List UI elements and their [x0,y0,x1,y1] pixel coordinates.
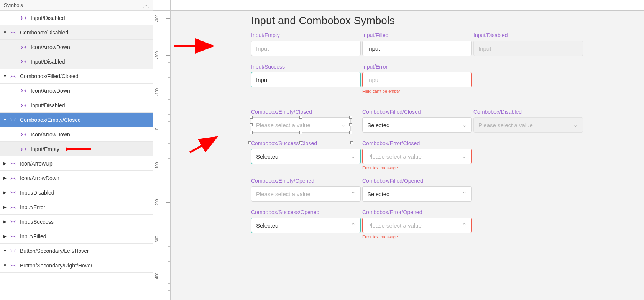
input-field[interactable]: Input [251,41,361,56]
layer-row[interactable]: Input/Error [0,200,153,215]
ruler-tick-label: -300 [155,15,159,22]
layer-row[interactable]: Input/Filled [0,229,153,244]
layer-label: Icon/ArrowDown [31,131,70,138]
symbol-combobox-error-opened[interactable]: Combobox/Error/Opened Please select a va… [362,209,472,239]
symbol-icon [10,190,16,195]
layer-row[interactable]: Input/Success [0,215,153,229]
layer-row[interactable]: Input/Empty [0,142,153,156]
symbol-label: Input/Empty [251,32,361,38]
layer-row[interactable]: Button/Secondary/Left/Hover [0,244,153,258]
layer-row[interactable]: Icon/ArrowUp [0,156,153,171]
disclosure-triangle-icon[interactable] [2,176,8,180]
disclosure-triangle-icon[interactable] [2,249,8,253]
symbol-combobox-success-opened[interactable]: Combobox/Success/Opened Selected⌃ [251,209,361,233]
disclosure-triangle-icon[interactable] [2,263,8,267]
symbol-icon [10,234,16,239]
ruler-tick-label: -200 [155,51,159,59]
layer-label: Button/Secondary/Left/Hover [20,248,89,254]
resize-handle[interactable] [349,123,352,126]
combobox-field[interactable]: Selected⌄ [362,117,472,133]
layer-row[interactable]: Combobox/Filled/Closed [0,69,153,84]
resize-handle[interactable] [250,116,253,119]
symbol-icon [21,146,27,152]
resize-handle[interactable] [350,141,353,144]
layer-label: Combobox/Empty/Closed [20,117,81,123]
layer-row[interactable]: Combobox/Empty/Closed [0,113,153,127]
sidebar-header: Symbols ▾ [0,0,153,11]
symbol-combobox-filled-opened[interactable]: Combobox/Filled/Opened Selected⌃ [362,178,472,202]
symbol-label: Input/Filled [362,32,472,38]
symbol-icon [10,74,16,79]
layer-row[interactable]: Icon/ArrowDown [0,40,153,54]
symbol-combobox-success-closed[interactable]: Combobox/Success/Closed Selected⌄ [251,140,361,164]
layer-row[interactable]: Input/Disabled [0,98,153,113]
layer-label: Icon/ArrowUp [20,161,53,167]
symbol-combobox-empty-closed[interactable]: Combobox/Empty/Closed Please select a va… [251,109,361,133]
resize-handle[interactable] [299,116,302,119]
symbol-icon [21,59,27,64]
layer-label: Combobox/Filled/Closed [20,73,79,79]
symbol-input-empty[interactable]: Input/Empty Input [251,32,361,56]
combobox-field[interactable]: Please select a value ⌄ [251,117,351,133]
resize-handle[interactable] [250,123,253,126]
selection-frame[interactable]: Please select a value ⌄ [251,117,351,133]
layer-label: Input/Filled [20,233,46,239]
layer-label: Input/Disabled [31,15,65,21]
layer-row[interactable]: Input/Disabled [0,54,153,69]
layer-row[interactable]: Button/Secondary/Right/Hover [0,258,153,273]
symbol-icon [21,103,27,108]
canvas[interactable]: Input and Combobox Symbols Input/Empty I… [171,0,644,300]
disclosure-triangle-icon[interactable] [2,161,8,166]
svg-line-2 [190,137,217,152]
annotation-arrow [66,144,93,154]
layer-row[interactable]: Input/Disabled [0,185,153,200]
symbol-combobox-error-closed[interactable]: Combobox/Error/Closed Please select a va… [362,140,472,170]
combobox-field[interactable]: Selected⌃ [362,186,472,202]
symbol-combobox-disabled[interactable]: Combobox/Disabled Please select a value⌄ [473,109,583,133]
layer-row[interactable]: Combobox/Disabled [0,25,153,40]
disclosure-triangle-icon[interactable] [2,205,8,209]
disclosure-triangle-icon[interactable] [2,74,8,78]
disclosure-triangle-icon[interactable] [2,118,8,122]
symbol-combobox-empty-opened[interactable]: Combobox/Empty/Opened Please select a va… [251,178,361,202]
ruler-tick-label: 300 [155,236,159,243]
input-field[interactable]: Input [362,72,472,87]
disclosure-triangle-icon[interactable] [2,220,8,224]
ruler-tick-label: 100 [155,162,159,169]
disclosure-triangle-icon[interactable] [2,190,8,195]
layer-label: Input/Success [20,219,54,225]
disclosure-triangle-icon[interactable] [2,30,8,34]
layer-label: Combobox/Disabled [20,30,68,36]
resize-handle[interactable] [299,141,302,144]
combobox-field[interactable]: Please select a value⌃ [251,186,361,202]
symbol-input-error[interactable]: Input/Error Input Field can't be empty [362,64,472,93]
combobox-field[interactable]: Selected⌃ [251,218,361,233]
collapse-icon[interactable]: ▾ [143,3,149,8]
chevron-down-icon: ⌄ [351,153,356,160]
layer-row[interactable]: Input/Disabled [0,11,153,25]
input-field: Input [473,41,583,56]
symbol-label: Combobox/Filled/Closed [362,109,472,115]
combobox-field[interactable]: Please select a value⌄ [362,149,472,164]
symbol-input-success[interactable]: Input/Success Input [251,64,361,87]
layer-row[interactable]: Icon/ArrowDown [0,127,153,142]
input-field[interactable]: Input [251,72,361,87]
layer-row[interactable]: Icon/ArrowDown [0,84,153,98]
symbol-label: Combobox/Error/Closed [362,140,472,146]
symbol-icon [10,30,16,35]
combobox-field[interactable]: Please select a value⌃ [362,218,472,233]
layer-row[interactable]: Icon/ArrowDown [0,171,153,185]
ruler-tick-label: 0 [155,128,159,130]
combobox-field[interactable]: Selected⌄ [251,149,361,164]
symbol-combobox-filled-closed[interactable]: Combobox/Filled/Closed Selected⌄ [362,109,472,133]
error-text: Error text message [362,234,472,239]
symbol-icon [21,88,27,93]
symbol-input-filled[interactable]: Input/Filled Input [362,32,472,56]
disclosure-triangle-icon[interactable] [2,234,8,238]
resize-handle[interactable] [349,116,352,119]
symbol-input-disabled[interactable]: Input/Disabled Input [473,32,583,56]
resize-handle[interactable] [248,141,251,144]
horizontal-ruler [171,0,644,11]
layers-sidebar: Symbols ▾ Input/DisabledCombobox/Disable… [0,0,153,300]
input-field[interactable]: Input [362,41,472,56]
